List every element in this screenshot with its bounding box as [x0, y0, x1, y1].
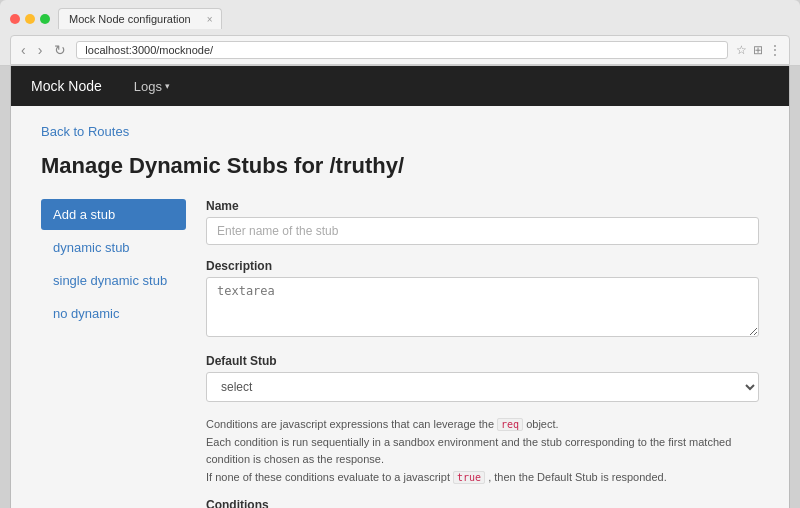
- description-textarea[interactable]: [206, 277, 759, 337]
- address-bar-row: ‹ › ↻ ☆ ⊞ ⋮: [10, 35, 790, 65]
- main-layout: Add a stub dynamic stub single dynamic s…: [41, 199, 759, 508]
- tab-close-icon[interactable]: ×: [207, 14, 213, 25]
- app-brand: Mock Node: [31, 78, 102, 94]
- default-stub-field-group: Default Stub select: [206, 354, 759, 402]
- logs-label: Logs: [134, 79, 162, 94]
- menu-icon[interactable]: ⋮: [769, 43, 781, 57]
- extension-icon: ⊞: [753, 43, 763, 57]
- refresh-button[interactable]: ↻: [52, 42, 68, 58]
- page-content: Back to Routes Manage Dynamic Stubs for …: [11, 106, 789, 508]
- address-input[interactable]: [76, 41, 728, 59]
- browser-window: Mock Node configuration × ‹ › ↻ ☆ ⊞ ⋮ Mo…: [0, 0, 800, 508]
- browser-chrome: Mock Node configuration × ‹ › ↻ ☆ ⊞ ⋮: [0, 0, 800, 66]
- sidebar-item-label: Add a stub: [53, 207, 115, 222]
- conditions-label: Conditions: [206, 498, 759, 508]
- conditions-group: Conditions Add Conditions: [206, 498, 759, 508]
- info-line3-suffix: , then the Default Stub is responded.: [485, 471, 667, 483]
- page-title: Manage Dynamic Stubs for /truthy/: [41, 153, 759, 179]
- default-stub-label: Default Stub: [206, 354, 759, 368]
- minimize-button[interactable]: [25, 14, 35, 24]
- logs-chevron-icon: ▾: [165, 81, 170, 91]
- forward-nav-button[interactable]: ›: [36, 42, 45, 58]
- sidebar: Add a stub dynamic stub single dynamic s…: [41, 199, 186, 508]
- sidebar-item-label: no dynamic: [53, 306, 119, 321]
- info-line-3: If none of these conditions evaluate to …: [206, 469, 759, 487]
- sidebar-item-single-dynamic-stub[interactable]: single dynamic stub: [41, 265, 186, 296]
- logs-nav-link[interactable]: Logs ▾: [126, 79, 178, 94]
- sidebar-item-no-dynamic[interactable]: no dynamic: [41, 298, 186, 329]
- traffic-lights: [10, 14, 50, 24]
- description-field-group: Description: [206, 259, 759, 340]
- form-area: Name Description Default Stub select: [206, 199, 759, 508]
- browser-tab[interactable]: Mock Node configuration ×: [58, 8, 222, 29]
- tab-bar: Mock Node configuration ×: [58, 8, 222, 29]
- name-field-group: Name: [206, 199, 759, 245]
- app-nav: Mock Node Logs ▾: [11, 66, 789, 106]
- sidebar-item-dynamic-stub[interactable]: dynamic stub: [41, 232, 186, 263]
- info-line-1: Conditions are javascript expressions th…: [206, 416, 759, 434]
- back-nav-button[interactable]: ‹: [19, 42, 28, 58]
- req-code: req: [497, 418, 523, 431]
- default-stub-select[interactable]: select: [206, 372, 759, 402]
- address-icons: ☆ ⊞ ⋮: [736, 43, 781, 57]
- description-label: Description: [206, 259, 759, 273]
- sidebar-item-label: single dynamic stub: [53, 273, 167, 288]
- browser-controls: Mock Node configuration ×: [10, 8, 790, 29]
- info-line3-prefix: If none of these conditions evaluate to …: [206, 471, 453, 483]
- sidebar-item-add-stub[interactable]: Add a stub: [41, 199, 186, 230]
- info-text-block: Conditions are javascript expressions th…: [206, 416, 759, 486]
- info-line1-suffix: object.: [523, 418, 558, 430]
- sidebar-item-label: dynamic stub: [53, 240, 130, 255]
- name-input[interactable]: [206, 217, 759, 245]
- maximize-button[interactable]: [40, 14, 50, 24]
- bookmark-icon[interactable]: ☆: [736, 43, 747, 57]
- name-label: Name: [206, 199, 759, 213]
- close-button[interactable]: [10, 14, 20, 24]
- info-line-2: Each condition is run sequentially in a …: [206, 434, 759, 469]
- back-to-routes-link[interactable]: Back to Routes: [41, 124, 129, 139]
- tab-title: Mock Node configuration: [69, 13, 191, 25]
- browser-content: Mock Node Logs ▾ Back to Routes Manage D…: [10, 66, 790, 508]
- true-code: true: [453, 471, 485, 484]
- info-line1-prefix: Conditions are javascript expressions th…: [206, 418, 497, 430]
